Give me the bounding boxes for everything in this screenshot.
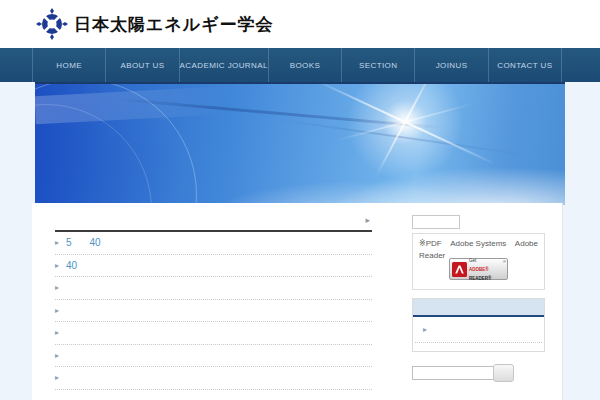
nav-items: HOME ABOUT US ACADEMIC JOURNAL BOOKS SEC… [32, 48, 562, 82]
bullet-arrow-icon: ▸ [55, 283, 66, 292]
page-title: 日本太陽エネルギー学会 [74, 13, 274, 36]
sidebar-info-box: ▸ [412, 298, 545, 352]
page: 日本太陽エネルギー学会 HOME ABOUT US ACADEMIC JOURN… [0, 0, 600, 400]
news-link[interactable]: 5 [66, 237, 72, 248]
pdf-note-part1: ※PDF [419, 239, 442, 248]
sidebar-info-header [413, 299, 544, 317]
bullet-arrow-icon: ▸ [55, 373, 66, 382]
nav-item-academic-journal[interactable]: ACADEMIC JOURNAL [179, 48, 268, 82]
site-logo-icon[interactable] [36, 8, 68, 40]
list-item[interactable]: ▸ [55, 300, 372, 323]
nav-item-joinus[interactable]: JOINUS [414, 48, 487, 82]
bullet-arrow-icon: ▸ [55, 351, 66, 360]
list-item[interactable]: ▸ 40 [55, 255, 372, 278]
adobe-badge-text: Get ADOBE® READER® [469, 258, 507, 281]
news-link[interactable]: 40 [90, 237, 101, 248]
more-link-arrow-icon[interactable]: ▸ [365, 215, 370, 225]
get-adobe-reader-button[interactable]: Get ADOBE® READER® ® [449, 258, 508, 280]
sidebar-info-link-row[interactable]: ▸ [415, 317, 542, 343]
badge-reader-label: READER® [469, 276, 491, 281]
news-list: ▸ 5 40 ▸ 40 ▸ ▸ ▸ ▸ [55, 232, 372, 390]
pdf-note-part2: Adobe Systems [450, 239, 506, 248]
list-item[interactable]: ▸ [55, 367, 372, 390]
sidebar-small-button[interactable] [412, 215, 460, 229]
bullet-arrow-icon: ▸ [423, 325, 427, 334]
list-item[interactable]: ▸ [55, 345, 372, 368]
main-nav: HOME ABOUT US ACADEMIC JOURNAL BOOKS SEC… [0, 48, 600, 82]
site-header: 日本太陽エネルギー学会 [0, 0, 600, 48]
sun-ray [376, 82, 434, 175]
bullet-arrow-icon: ▸ [55, 238, 66, 247]
nav-item-about-us[interactable]: ABOUT US [105, 48, 178, 82]
hero-sky-image [35, 82, 565, 205]
search-button[interactable] [493, 364, 514, 382]
news-heading: ▸ [55, 212, 372, 232]
bullet-arrow-icon: ▸ [55, 328, 66, 337]
badge-adobe-label: ADOBE® [469, 267, 489, 272]
bullet-arrow-icon: ▸ [55, 306, 66, 315]
list-item[interactable]: ▸ [55, 322, 372, 345]
nav-item-section[interactable]: SECTION [341, 48, 414, 82]
pdf-note-part3: Adobe [515, 239, 538, 248]
adobe-pdf-icon [452, 262, 467, 277]
pdf-reader-note-box: ※PDF Adobe Systems Adobe Reader Get ADOB… [412, 233, 545, 290]
list-item[interactable]: ▸ 5 40 [55, 232, 372, 255]
pdf-note-line1: ※PDF Adobe Systems Adobe [419, 239, 538, 248]
registered-mark: ® [503, 259, 506, 264]
nav-item-home[interactable]: HOME [32, 48, 105, 82]
list-item[interactable]: ▸ [55, 277, 372, 300]
nav-item-contact-us[interactable]: CONTACT US [488, 48, 562, 82]
news-link[interactable]: 40 [66, 260, 77, 271]
nav-item-books[interactable]: BOOKS [268, 48, 341, 82]
search-input[interactable] [412, 366, 494, 380]
bullet-arrow-icon: ▸ [55, 261, 66, 270]
